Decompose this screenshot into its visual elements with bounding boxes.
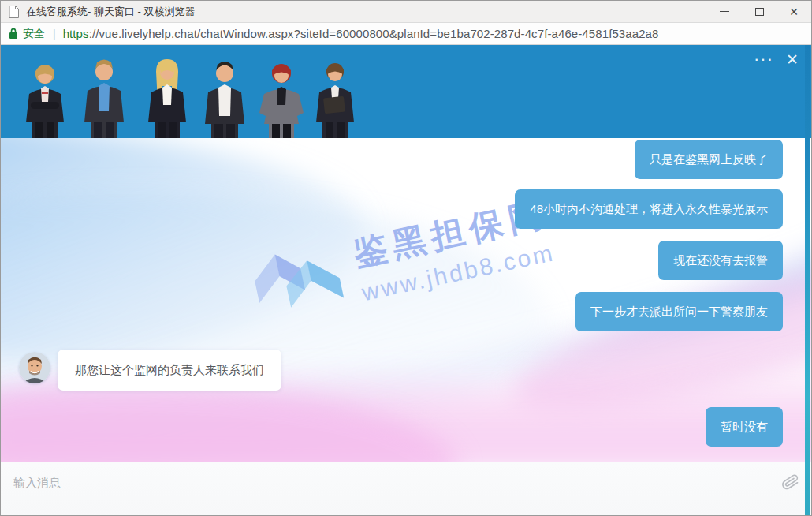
chat-input-area xyxy=(1,462,811,515)
address-bar: 安全 | https://vue.livelyhelp.chat/chatWin… xyxy=(1,22,811,45)
edge-stripe xyxy=(805,45,810,515)
message-input[interactable] xyxy=(13,470,754,494)
support-team-photo xyxy=(1,56,365,138)
chat-bubble-outgoing: 48小时内不沟通处理，将进入永久性暴光展示 xyxy=(515,189,783,229)
address-divider: | xyxy=(53,28,56,40)
window-title: 在线客服系统- 聊天窗口 - 双核浏览器 xyxy=(26,5,196,19)
chat-body: 鉴黑担保网 www.jhdb8.com 只是在鉴黑网上反映了 48小时内不沟通处… xyxy=(1,138,811,462)
maximize-button[interactable] xyxy=(742,1,777,22)
window-controls: ✕ xyxy=(707,1,811,22)
agent-avatar xyxy=(19,352,50,383)
window-close-button[interactable]: ✕ xyxy=(777,1,811,22)
lock-icon xyxy=(9,28,18,39)
chat-close-icon[interactable]: ✕ xyxy=(786,52,799,68)
paperclip-icon[interactable] xyxy=(781,472,800,492)
url-field[interactable]: https://vue.livelyhelp.chat/chatWindow.a… xyxy=(63,27,659,40)
page-icon xyxy=(9,6,19,18)
chat-menu-icon[interactable]: ··· xyxy=(754,51,773,67)
security-badge[interactable]: 安全 xyxy=(9,27,45,41)
minimize-button[interactable] xyxy=(707,1,742,22)
chat-bubble-outgoing: 下一步才去派出所问一下警察朋友 xyxy=(575,292,783,331)
chat-bubble-outgoing: 暂时没有 xyxy=(706,407,783,447)
secure-label: 安全 xyxy=(23,27,45,41)
chat-bubble-outgoing: 现在还没有去报警 xyxy=(658,241,783,280)
url-rest: ://vue.livelyhelp.chat/chatWindow.aspx?s… xyxy=(89,27,659,40)
chat-header: ··· ✕ xyxy=(1,45,811,138)
chat-bubble-outgoing: 只是在鉴黑网上反映了 xyxy=(635,140,783,179)
chat-bubble-incoming: 那您让这个监网的负责人来联系我们 xyxy=(58,350,281,391)
browser-window: 在线客服系统- 聊天窗口 - 双核浏览器 ✕ 安全 | https://vue.… xyxy=(0,0,812,516)
url-scheme: https xyxy=(63,27,89,40)
agent-avatar-image xyxy=(19,352,50,383)
titlebar: 在线客服系统- 聊天窗口 - 双核浏览器 ✕ xyxy=(1,1,811,22)
